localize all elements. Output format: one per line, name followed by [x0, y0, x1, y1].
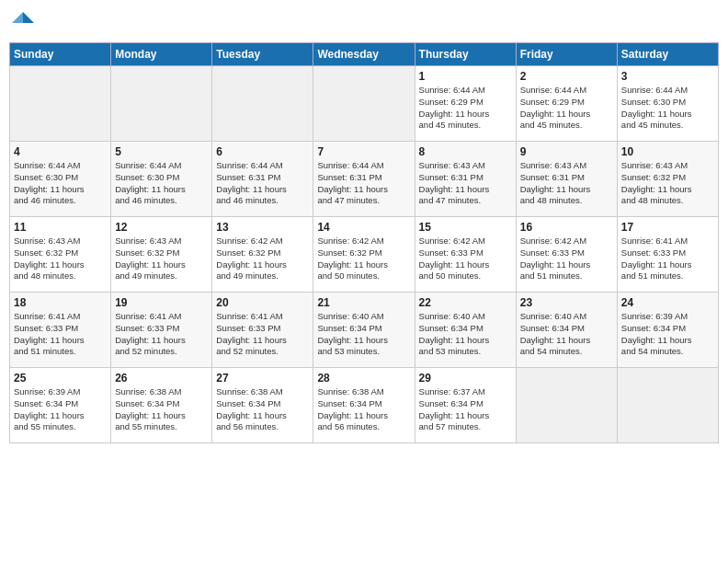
day-info: Sunrise: 6:39 AMSunset: 6:34 PMDaylight:…: [14, 386, 107, 433]
day-number: 11: [14, 221, 107, 234]
svg-marker-1: [12, 12, 23, 23]
calendar-cell: 12Sunrise: 6:43 AMSunset: 6:32 PMDayligh…: [111, 217, 212, 293]
calendar-cell: 26Sunrise: 6:38 AMSunset: 6:34 PMDayligh…: [111, 368, 212, 443]
calendar-cell: 21Sunrise: 6:40 AMSunset: 6:34 PMDayligh…: [313, 293, 415, 368]
day-info: Sunrise: 6:40 AMSunset: 6:34 PMDaylight:…: [520, 311, 613, 358]
day-number: 29: [419, 372, 512, 385]
day-info: Sunrise: 6:43 AMSunset: 6:32 PMDaylight:…: [115, 236, 208, 282]
calendar-cell: 17Sunrise: 6:41 AMSunset: 6:33 PMDayligh…: [617, 217, 718, 293]
calendar-cell: 5Sunrise: 6:44 AMSunset: 6:30 PMDaylight…: [111, 142, 212, 217]
day-number: 5: [115, 145, 208, 158]
day-number: 10: [621, 145, 714, 158]
day-info: Sunrise: 6:43 AMSunset: 6:32 PMDaylight:…: [14, 236, 107, 282]
calendar-cell: 8Sunrise: 6:43 AMSunset: 6:31 PMDaylight…: [415, 142, 516, 217]
day-number: 24: [621, 296, 714, 309]
day-number: 15: [419, 221, 512, 234]
day-number: 17: [621, 221, 714, 234]
calendar-cell: 23Sunrise: 6:40 AMSunset: 6:34 PMDayligh…: [516, 293, 617, 368]
day-info: Sunrise: 6:44 AMSunset: 6:30 PMDaylight:…: [115, 160, 208, 207]
calendar-cell: 2Sunrise: 6:44 AMSunset: 6:29 PMDaylight…: [516, 66, 617, 142]
calendar-cell: 9Sunrise: 6:43 AMSunset: 6:31 PMDaylight…: [516, 142, 617, 217]
calendar-cell: 24Sunrise: 6:39 AMSunset: 6:34 PMDayligh…: [617, 293, 718, 368]
day-info: Sunrise: 6:43 AMSunset: 6:31 PMDaylight:…: [520, 160, 613, 207]
calendar-body: 1Sunrise: 6:44 AMSunset: 6:29 PMDaylight…: [10, 66, 719, 443]
day-number: 23: [520, 296, 613, 309]
col-tuesday: Tuesday: [212, 43, 313, 66]
calendar-week-1: 1Sunrise: 6:44 AMSunset: 6:29 PMDaylight…: [10, 66, 719, 142]
calendar-cell: 14Sunrise: 6:42 AMSunset: 6:32 PMDayligh…: [313, 217, 415, 293]
calendar-cell: 3Sunrise: 6:44 AMSunset: 6:30 PMDaylight…: [617, 66, 718, 142]
calendar-week-5: 25Sunrise: 6:39 AMSunset: 6:34 PMDayligh…: [10, 368, 719, 443]
calendar-cell: 16Sunrise: 6:42 AMSunset: 6:33 PMDayligh…: [516, 217, 617, 293]
day-info: Sunrise: 6:43 AMSunset: 6:31 PMDaylight:…: [419, 160, 512, 207]
calendar-cell: [313, 66, 415, 142]
day-info: Sunrise: 6:44 AMSunset: 6:30 PMDaylight:…: [621, 85, 714, 132]
calendar-cell: 13Sunrise: 6:42 AMSunset: 6:32 PMDayligh…: [212, 217, 313, 293]
day-number: 20: [216, 296, 309, 309]
calendar-cell: 11Sunrise: 6:43 AMSunset: 6:32 PMDayligh…: [10, 217, 111, 293]
calendar-cell: [516, 368, 617, 443]
logo-icon: [9, 9, 37, 37]
day-info: Sunrise: 6:39 AMSunset: 6:34 PMDaylight:…: [621, 311, 714, 358]
day-info: Sunrise: 6:42 AMSunset: 6:32 PMDaylight:…: [317, 236, 410, 282]
calendar-cell: 22Sunrise: 6:40 AMSunset: 6:34 PMDayligh…: [415, 293, 516, 368]
day-info: Sunrise: 6:42 AMSunset: 6:33 PMDaylight:…: [520, 236, 613, 282]
day-info: Sunrise: 6:44 AMSunset: 6:29 PMDaylight:…: [419, 85, 512, 132]
calendar-table: Sunday Monday Tuesday Wednesday Thursday…: [9, 42, 719, 443]
day-info: Sunrise: 6:42 AMSunset: 6:33 PMDaylight:…: [419, 236, 512, 282]
day-number: 27: [216, 372, 309, 385]
calendar-cell: 19Sunrise: 6:41 AMSunset: 6:33 PMDayligh…: [111, 293, 212, 368]
day-info: Sunrise: 6:41 AMSunset: 6:33 PMDaylight:…: [115, 311, 208, 358]
col-wednesday: Wednesday: [313, 43, 415, 66]
col-thursday: Thursday: [415, 43, 516, 66]
day-info: Sunrise: 6:40 AMSunset: 6:34 PMDaylight:…: [419, 311, 512, 358]
calendar-cell: 28Sunrise: 6:38 AMSunset: 6:34 PMDayligh…: [313, 368, 415, 443]
calendar-cell: 1Sunrise: 6:44 AMSunset: 6:29 PMDaylight…: [415, 66, 516, 142]
calendar-week-2: 4Sunrise: 6:44 AMSunset: 6:30 PMDaylight…: [10, 142, 719, 217]
col-monday: Monday: [111, 43, 212, 66]
day-number: 25: [14, 372, 107, 385]
col-saturday: Saturday: [617, 43, 718, 66]
day-number: 4: [14, 145, 107, 158]
calendar-week-4: 18Sunrise: 6:41 AMSunset: 6:33 PMDayligh…: [10, 293, 719, 368]
calendar-cell: 15Sunrise: 6:42 AMSunset: 6:33 PMDayligh…: [415, 217, 516, 293]
day-number: 18: [14, 296, 107, 309]
calendar-cell: 25Sunrise: 6:39 AMSunset: 6:34 PMDayligh…: [10, 368, 111, 443]
day-info: Sunrise: 6:43 AMSunset: 6:32 PMDaylight:…: [621, 160, 714, 207]
day-info: Sunrise: 6:41 AMSunset: 6:33 PMDaylight:…: [14, 311, 107, 358]
day-number: 22: [419, 296, 512, 309]
day-number: 3: [621, 70, 714, 83]
day-number: 12: [115, 221, 208, 234]
calendar-cell: [111, 66, 212, 142]
day-info: Sunrise: 6:41 AMSunset: 6:33 PMDaylight:…: [621, 236, 714, 282]
day-info: Sunrise: 6:37 AMSunset: 6:34 PMDaylight:…: [419, 386, 512, 433]
calendar-cell: 18Sunrise: 6:41 AMSunset: 6:33 PMDayligh…: [10, 293, 111, 368]
calendar-cell: 10Sunrise: 6:43 AMSunset: 6:32 PMDayligh…: [617, 142, 718, 217]
day-number: 13: [216, 221, 309, 234]
col-sunday: Sunday: [10, 43, 111, 66]
day-info: Sunrise: 6:38 AMSunset: 6:34 PMDaylight:…: [216, 386, 309, 433]
header-row: Sunday Monday Tuesday Wednesday Thursday…: [10, 43, 719, 66]
day-number: 1: [419, 70, 512, 83]
day-info: Sunrise: 6:42 AMSunset: 6:32 PMDaylight:…: [216, 236, 309, 282]
day-info: Sunrise: 6:44 AMSunset: 6:31 PMDaylight:…: [317, 160, 410, 207]
logo: [9, 9, 40, 37]
calendar-page: Sunday Monday Tuesday Wednesday Thursday…: [0, 0, 728, 563]
header: [9, 9, 719, 37]
calendar-cell: [617, 368, 718, 443]
calendar-cell: 6Sunrise: 6:44 AMSunset: 6:31 PMDaylight…: [212, 142, 313, 217]
day-number: 26: [115, 372, 208, 385]
col-friday: Friday: [516, 43, 617, 66]
calendar-cell: 27Sunrise: 6:38 AMSunset: 6:34 PMDayligh…: [212, 368, 313, 443]
calendar-cell: 29Sunrise: 6:37 AMSunset: 6:34 PMDayligh…: [415, 368, 516, 443]
day-info: Sunrise: 6:44 AMSunset: 6:29 PMDaylight:…: [520, 85, 613, 132]
calendar-cell: 20Sunrise: 6:41 AMSunset: 6:33 PMDayligh…: [212, 293, 313, 368]
day-info: Sunrise: 6:38 AMSunset: 6:34 PMDaylight:…: [115, 386, 208, 433]
calendar-cell: 7Sunrise: 6:44 AMSunset: 6:31 PMDaylight…: [313, 142, 415, 217]
day-number: 21: [317, 296, 410, 309]
calendar-cell: 4Sunrise: 6:44 AMSunset: 6:30 PMDaylight…: [10, 142, 111, 217]
day-number: 16: [520, 221, 613, 234]
day-number: 14: [317, 221, 410, 234]
day-number: 9: [520, 145, 613, 158]
day-info: Sunrise: 6:44 AMSunset: 6:30 PMDaylight:…: [14, 160, 107, 207]
